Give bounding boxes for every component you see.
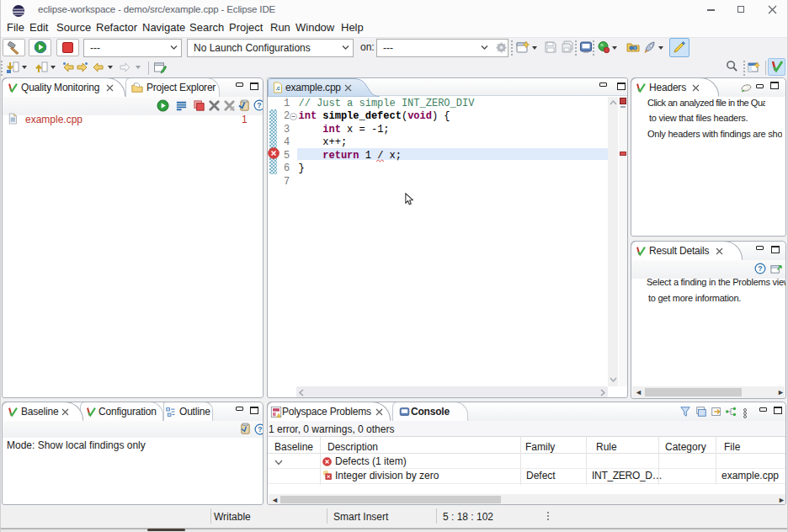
svg-text:?: ? bbox=[758, 264, 762, 273]
svg-text:.c: .c bbox=[275, 85, 280, 91]
svg-text:?: ? bbox=[257, 101, 261, 109]
svg-text:?: ? bbox=[258, 425, 262, 434]
